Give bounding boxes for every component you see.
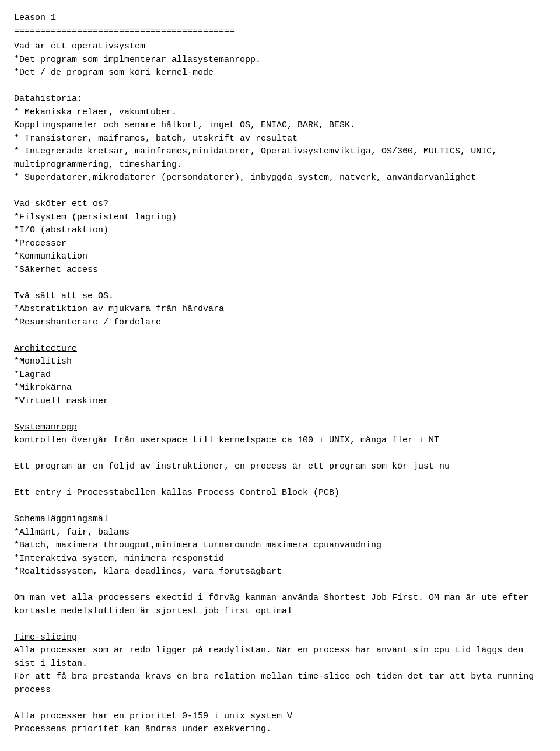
schemalaggningsmål-label: Schemaläggningsmål bbox=[14, 514, 108, 524]
section-vad-skoter-heading: Vad sköter ett os? bbox=[14, 198, 546, 211]
timeslicing-label: Time-slicing bbox=[14, 633, 77, 642]
section-systemanropp-body: kontrollen övergår från userspace till k… bbox=[14, 434, 546, 448]
page-container: Leason 1 ===============================… bbox=[14, 12, 546, 736]
lesson-title: Leason 1 bbox=[14, 12, 546, 25]
systemanropp-label: Systemanropp bbox=[14, 422, 77, 432]
section-vad-skoter-body: *Filsystem (persistent lagring) *I/O (ab… bbox=[14, 211, 546, 277]
vad-skoter-label: Vad sköter ett os? bbox=[14, 199, 108, 209]
architecture-label: Architecture bbox=[14, 344, 77, 354]
section-timeslicing-heading: Time-slicing bbox=[14, 631, 546, 645]
section-architecture-heading: Architecture bbox=[14, 343, 546, 356]
separator-text: ========================================… bbox=[14, 26, 235, 36]
section-process-def: Ett program är en följd av instruktioner… bbox=[14, 460, 546, 474]
two-ways-label: Två sätt att se OS. bbox=[14, 291, 114, 301]
section-datahistoria-heading: Datahistoria: bbox=[14, 93, 546, 106]
section-two-ways-heading: Två sätt att se OS. bbox=[14, 290, 546, 303]
section-timeslicing-body: Alla processer som är redo ligger på rea… bbox=[14, 644, 546, 697]
section-architecture-body: *Monolitish *Lagrad *Mikrokärna *Virtuel… bbox=[14, 355, 546, 408]
section-what-is-os-heading: Vad är ett operativsystem bbox=[14, 40, 546, 54]
section-priority: Alla processer har en prioritet 0-159 i … bbox=[14, 710, 546, 736]
section-datahistoria-body: * Mekaniska reläer, vakumtuber. Koppling… bbox=[14, 106, 546, 185]
datahistoria-label: Datahistoria: bbox=[14, 94, 82, 104]
section-systemanropp-heading: Systemanropp bbox=[14, 421, 546, 435]
section-two-ways-body: *Abstratiktion av mjukvara från hårdvara… bbox=[14, 303, 546, 329]
separator-line: ========================================… bbox=[14, 25, 546, 39]
title-text: Leason 1 bbox=[14, 13, 56, 23]
section-schemalaggningsmål-heading: Schemaläggningsmål bbox=[14, 513, 546, 526]
section-sjf: Om man vet alla processers exectid i för… bbox=[14, 592, 546, 618]
section-what-is-os-body: *Det program som implmenterar allasystem… bbox=[14, 54, 546, 80]
section-schemalaggningsmål-body: *Allmänt, fair, balans *Batch, maximera … bbox=[14, 526, 546, 579]
section-pcb: Ett entry i Processtabellen kallas Proce… bbox=[14, 487, 546, 500]
